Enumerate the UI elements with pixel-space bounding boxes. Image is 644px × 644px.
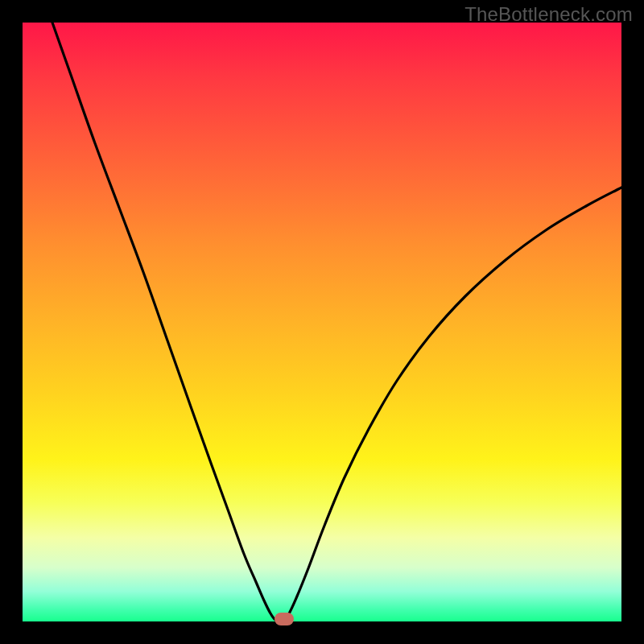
watermark-text: TheBottleneck.com bbox=[464, 3, 633, 26]
chart-frame: TheBottleneck.com bbox=[0, 0, 644, 644]
optimal-point-marker bbox=[275, 613, 294, 625]
bottleneck-curve-path bbox=[52, 23, 621, 621]
curve-svg bbox=[23, 23, 621, 621]
plot-area bbox=[23, 23, 621, 621]
